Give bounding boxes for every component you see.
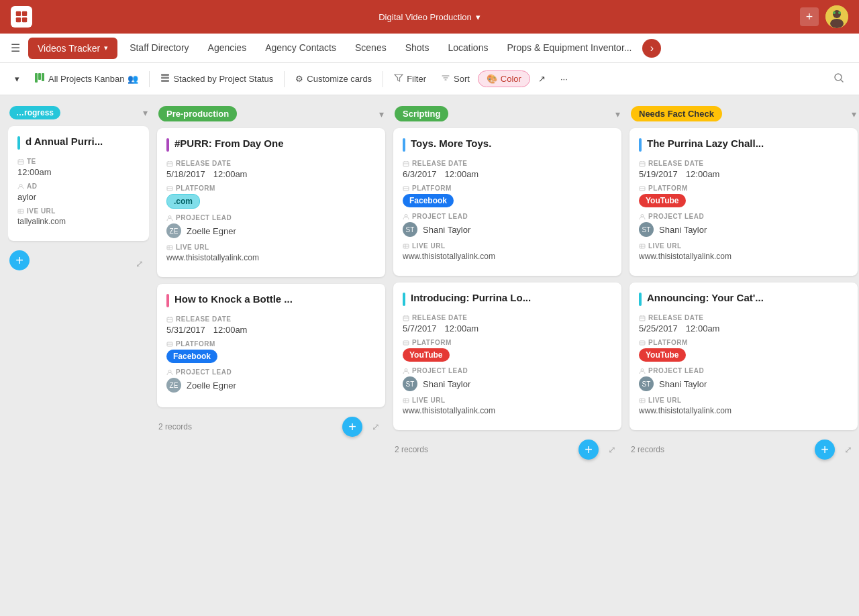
column-in-progress: …rogress ▾ d Annual Purri... TE 12:00am — [8, 106, 149, 605]
project-lead-field: AD aylor — [17, 183, 140, 202]
svg-rect-9 — [35, 73, 38, 83]
status-badge-needs-fact-check: Needs Fact Check — [631, 106, 722, 121]
share-btn[interactable]: ↗ — [532, 70, 552, 87]
kanban-icon — [34, 72, 45, 85]
release-date-value: 6/3/2017 12:00am — [403, 169, 612, 179]
card-color-bar — [166, 294, 169, 307]
project-lead-label: PROJECT LEAD — [639, 213, 848, 220]
nav-overflow-btn[interactable]: › — [642, 39, 661, 58]
svg-point-7 — [833, 11, 836, 14]
release-date-label: RELEASE DATE — [403, 314, 612, 321]
add-card-btn-2[interactable]: + — [342, 417, 362, 437]
live-url-field: LIVE URL www.thisistotallyalink.com — [639, 242, 848, 261]
collapse-btn[interactable]: ▾ — [8, 70, 26, 87]
svg-rect-10 — [38, 73, 41, 80]
nav-tab-agency-contacts[interactable]: Agency Contacts — [256, 34, 346, 63]
column-collapse-icon-2[interactable]: ▾ — [379, 109, 384, 119]
toolbar: ▾ All Projects Kanban 👥 St — [0, 63, 859, 95]
more-options-btn[interactable]: ··· — [554, 70, 574, 87]
separator — [149, 71, 150, 87]
expand-btn-3[interactable]: ⤢ — [604, 442, 620, 458]
column-collapse-icon[interactable]: ▾ — [143, 107, 148, 118]
svg-point-8 — [838, 11, 841, 14]
project-lead-label: AD — [17, 183, 140, 190]
platform-label: PLATFORM — [639, 185, 848, 192]
nav-tab-scenes[interactable]: Scenes — [346, 34, 396, 63]
nav-tab-locations[interactable]: Locations — [439, 34, 498, 63]
nav-tab-shots[interactable]: Shots — [396, 34, 439, 63]
sort-btn[interactable]: Sort — [434, 70, 476, 88]
customize-cards-btn[interactable]: ⚙ Customize cards — [289, 70, 378, 87]
search-icon — [833, 72, 844, 85]
column-collapse-icon-3[interactable]: ▾ — [615, 109, 620, 119]
project-lead-value: ST Shani Taylor — [403, 376, 612, 391]
project-lead-label: PROJECT LEAD — [403, 213, 612, 220]
color-btn[interactable]: 🎨 Color — [478, 70, 530, 87]
release-date-field: RELEASE DATE 6/3/2017 12:00am — [403, 160, 612, 179]
hamburger-menu[interactable]: ☰ — [5, 38, 26, 58]
live-url-value: www.thisistotallyalink.com — [639, 406, 848, 415]
card-title-text: d Annual Purri... — [26, 136, 103, 147]
platform-label: PLATFORM — [166, 185, 376, 192]
view-toggle[interactable]: All Projects Kanban 👥 — [28, 69, 145, 89]
status-badge-scripting: Scripting — [395, 106, 448, 121]
card-title-text: Toys. More Toys. — [411, 138, 491, 149]
release-date-label: RELEASE DATE — [166, 160, 376, 167]
nav-tab-staff-directory[interactable]: Staff Directory — [120, 34, 198, 63]
platform-badge: .com — [166, 194, 200, 209]
svg-rect-14 — [161, 80, 169, 82]
live-url-field: LIVE URL www.thisistotallyalink.com — [639, 397, 848, 415]
card-purr-from-day-one[interactable]: #PURR: From Day One RELEASE DATE 5/18/20… — [157, 128, 385, 277]
nav-tab-videos-tracker[interactable]: Videos Tracker ▾ — [28, 38, 117, 59]
expand-btn-4[interactable]: ⤢ — [840, 442, 856, 458]
svg-rect-0 — [16, 11, 21, 16]
project-lead-field: PROJECT LEAD ST Shani Taylor — [403, 367, 612, 391]
app-logo[interactable] — [11, 6, 32, 28]
release-date-value: 12:00am — [17, 167, 140, 177]
platform-label: PLATFORM — [639, 339, 848, 346]
card-partial-1[interactable]: d Annual Purri... TE 12:00am AD aylor — [8, 126, 149, 241]
column-footer-2: 2 records + ⤢ — [157, 417, 385, 437]
add-card-btn-3[interactable]: + — [578, 440, 599, 460]
project-lead-field: PROJECT LEAD ZE Zoelle Egner — [166, 214, 376, 238]
card-purrina-lazy-challenge[interactable]: The Purrina Lazy Chall... RELEASE DATE 5… — [629, 128, 858, 276]
stack-btn[interactable]: Stacked by Project Status — [154, 70, 280, 88]
user-avatar[interactable] — [825, 5, 848, 28]
card-title-text: Announcing: Your Cat'... — [647, 292, 764, 303]
release-date-field: RELEASE DATE 5/31/2017 12:00am — [166, 315, 376, 335]
platform-label: PLATFORM — [403, 185, 612, 192]
project-lead-value: ST Shani Taylor — [639, 376, 848, 391]
card-title: Toys. More Toys. — [403, 138, 612, 152]
column-scripting: Scripting ▾ Toys. More Toys. RELEASE DAT… — [393, 106, 621, 605]
card-announcing-your-cat[interactable]: Announcing: Your Cat'... RELEASE DATE 5/… — [629, 283, 858, 430]
card-introducing-purrina[interactable]: Introducing: Purrina Lo... RELEASE DATE … — [393, 283, 621, 430]
nav-tab-props[interactable]: Props & Equipment Inventor... — [497, 34, 641, 63]
search-btn[interactable] — [827, 69, 851, 89]
card-color-bar — [403, 293, 405, 306]
card-color-bar — [639, 293, 642, 306]
separator3 — [383, 71, 383, 87]
card-title-text: Introducing: Purrina Lo... — [411, 292, 531, 303]
card-toys-more-toys[interactable]: Toys. More Toys. RELEASE DATE 6/3/2017 1… — [393, 128, 621, 276]
add-card-btn[interactable]: + — [9, 250, 30, 270]
project-lead-label: PROJECT LEAD — [166, 214, 376, 221]
column-collapse-icon-4[interactable]: ▾ — [852, 109, 856, 119]
card-title-text: #PURR: From Day One — [174, 138, 284, 149]
stack-icon — [160, 73, 170, 85]
records-count: 2 records — [395, 445, 428, 454]
separator2 — [284, 71, 285, 87]
card-color-bar — [17, 136, 20, 150]
card-knock-a-bottle[interactable]: How to Knock a Bottle ... RELEASE DATE 5… — [157, 284, 385, 407]
nav-tab-agencies[interactable]: Agencies — [199, 34, 256, 63]
release-date-label: RELEASE DATE — [639, 160, 848, 167]
expand-btn[interactable]: ⤢ — [132, 256, 148, 272]
filter-btn[interactable]: Filter — [387, 70, 433, 88]
card-title: Introducing: Purrina Lo... — [403, 292, 612, 306]
card-title: How to Knock a Bottle ... — [166, 293, 376, 307]
release-date-label: RELEASE DATE — [166, 315, 376, 323]
live-url-field: LIVE URL www.thisistotallyalink.com — [403, 397, 612, 415]
avatar: ST — [639, 376, 654, 391]
add-card-btn-4[interactable]: + — [815, 440, 835, 460]
add-button[interactable]: + — [800, 7, 819, 26]
expand-btn-2[interactable]: ⤢ — [368, 419, 384, 435]
